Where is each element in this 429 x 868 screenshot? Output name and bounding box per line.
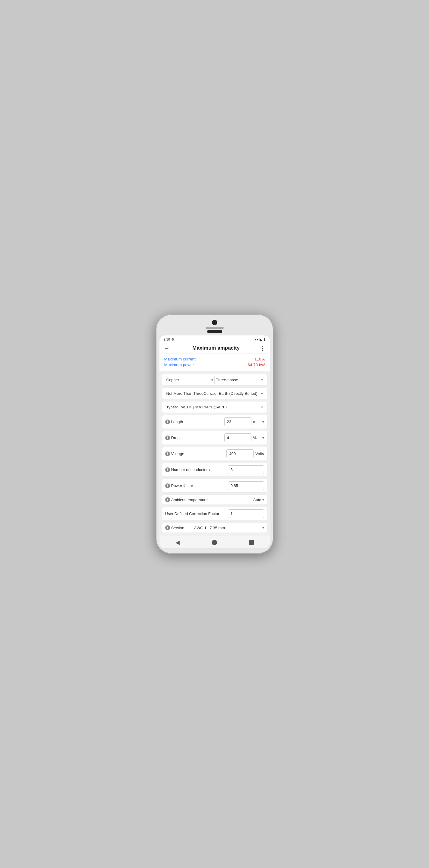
conductors-row: i Number of conductors — [165, 463, 264, 476]
ambient-dropdown[interactable]: Auto ▾ — [253, 498, 264, 502]
nav-back-button[interactable]: ◀ — [176, 539, 180, 546]
drop-unit-arrow-icon: ▾ — [262, 436, 264, 440]
section-field-label: Section — [171, 526, 184, 530]
wifi-icon: ▾▾ — [255, 337, 258, 341]
max-current-value: 110 A — [254, 357, 265, 361]
voltage-info-icon[interactable]: i — [165, 452, 170, 456]
correction-row: User Defined Correction Factor — [165, 507, 264, 521]
drop-unit-dropdown[interactable]: % ▾ — [253, 435, 264, 440]
speaker — [206, 327, 224, 329]
camera — [212, 320, 217, 325]
phone-screen: 9:30 ⚙ ▾▾ ◣ ▮ ← Maximum ampacity ⋮ Maxim… — [159, 336, 270, 548]
material-phase-row: Copper ▾ Three-phase ▾ — [165, 374, 264, 385]
status-icons: ▾▾ ◣ ▮ — [255, 337, 266, 341]
installation-card: Not More Than ThreeCurr...or Earth (Dire… — [162, 388, 268, 399]
installation-label: Not More Than ThreeCurr...or Earth (Dire… — [166, 391, 257, 396]
material-label: Copper — [166, 378, 179, 382]
correction-card: User Defined Correction Factor — [162, 507, 268, 521]
wiretype-dropdown[interactable]: Types: TW, UF | MAX:60°C(140°F) ▾ — [165, 401, 264, 412]
installation-dropdown[interactable]: Not More Than ThreeCurr...or Earth (Dire… — [165, 388, 264, 399]
results-row: Maximum current Maximum power 110 A 64.7… — [159, 354, 270, 371]
drop-field-label: Drop — [171, 435, 180, 440]
wiretype-arrow-icon: ▾ — [261, 405, 263, 409]
max-power-label[interactable]: Maximum power — [164, 363, 196, 367]
length-unit-dropdown[interactable]: m ▾ — [253, 420, 264, 424]
status-bar: 9:30 ⚙ ▾▾ ◣ ▮ — [159, 336, 270, 343]
app-bar: ← Maximum ampacity ⋮ — [159, 343, 270, 354]
conductors-input[interactable] — [228, 465, 264, 474]
drop-card: i Drop % ▾ — [162, 431, 268, 445]
material-dropdown[interactable]: Copper ▾ — [165, 376, 215, 384]
material-arrow-icon: ▾ — [211, 378, 213, 382]
content-area: Copper ▾ Three-phase ▾ Not More Than Thr… — [159, 371, 270, 536]
length-row: i Length m ▾ — [165, 415, 264, 429]
length-label-group: i Length — [165, 420, 222, 424]
conductors-info-icon[interactable]: i — [165, 467, 170, 472]
section-info-icon[interactable]: i — [165, 525, 170, 530]
phase-label: Three-phase — [216, 378, 238, 382]
nav-recent-button[interactable] — [249, 540, 254, 545]
length-unit: m — [253, 420, 262, 424]
power-factor-row: i Power factor — [165, 479, 264, 493]
installation-arrow-icon: ▾ — [261, 392, 263, 396]
conductors-label-group: i Number of conductors — [165, 467, 226, 472]
phone-frame: 9:30 ⚙ ▾▾ ◣ ▮ ← Maximum ampacity ⋮ Maxim… — [156, 314, 273, 554]
page-title: Maximum ampacity — [173, 345, 259, 351]
max-current-label[interactable]: Maximum current — [164, 357, 196, 361]
results-values: 110 A 64.78 kW — [247, 357, 265, 367]
results-labels: Maximum current Maximum power — [164, 357, 196, 367]
pill — [207, 330, 222, 333]
drop-unit: % — [253, 435, 262, 440]
more-options-button[interactable]: ⋮ — [259, 345, 266, 351]
wiretype-card: Types: TW, UF | MAX:60°C(140°F) ▾ — [162, 401, 268, 413]
correction-label-group: User Defined Correction Factor — [165, 512, 226, 516]
length-card: i Length m ▾ — [162, 415, 268, 429]
correction-input[interactable] — [228, 509, 264, 518]
signal-icon: ◣ — [259, 337, 262, 341]
phase-arrow-icon: ▾ — [261, 378, 263, 382]
drop-input[interactable] — [224, 433, 251, 442]
wiretype-label: Types: TW, UF | MAX:60°C(140°F) — [166, 405, 227, 409]
drop-info-icon[interactable]: i — [165, 435, 170, 440]
voltage-card: i Voltage Volts — [162, 447, 268, 461]
ambient-value: Auto — [253, 498, 262, 502]
power-factor-label-group: i Power factor — [165, 484, 226, 488]
length-input[interactable] — [224, 417, 251, 426]
status-time: 9:30 — [164, 338, 170, 341]
material-phase-card: Copper ▾ Three-phase ▾ — [162, 374, 268, 386]
section-card: i Section AWG 1 | 7.35 mm ▾ — [162, 523, 268, 533]
power-factor-field-label: Power factor — [171, 484, 193, 488]
ambient-arrow-icon: ▾ — [262, 498, 264, 502]
settings-icon: ⚙ — [171, 338, 174, 341]
ambient-info-icon[interactable]: i — [165, 497, 170, 502]
power-factor-info-icon[interactable]: i — [165, 484, 170, 488]
voltage-field-label: Voltage — [171, 452, 184, 456]
length-field-label: Length — [171, 420, 183, 424]
section-value: AWG 1 | 7.35 mm — [194, 526, 225, 530]
ambient-card: i Ambient temperature Auto ▾ — [162, 495, 268, 505]
voltage-input[interactable] — [226, 450, 253, 458]
length-unit-arrow-icon: ▾ — [262, 420, 264, 424]
section-label-group: i Section — [165, 525, 192, 530]
power-factor-input[interactable] — [228, 481, 264, 490]
power-factor-card: i Power factor — [162, 478, 268, 493]
status-time-group: 9:30 ⚙ — [164, 338, 174, 341]
back-button[interactable]: ← — [164, 345, 170, 351]
conductors-card: i Number of conductors — [162, 463, 268, 477]
phase-dropdown[interactable]: Three-phase ▾ — [215, 376, 264, 384]
length-info-icon[interactable]: i — [165, 420, 170, 424]
ambient-row: i Ambient temperature Auto ▾ — [165, 495, 264, 504]
section-row: i Section AWG 1 | 7.35 mm ▾ — [165, 523, 264, 532]
conductors-field-label: Number of conductors — [171, 467, 210, 472]
nav-bar: ◀ — [159, 536, 270, 548]
drop-row: i Drop % ▾ — [165, 431, 264, 444]
ambient-field-label: Ambient temperature — [171, 498, 208, 502]
section-dropdown[interactable]: AWG 1 | 7.35 mm ▾ — [194, 526, 264, 530]
nav-home-button[interactable] — [212, 540, 217, 545]
max-power-value: 64.78 kW — [247, 363, 265, 367]
section-arrow-icon: ▾ — [262, 526, 264, 530]
ambient-label-group: i Ambient temperature — [165, 497, 251, 502]
battery-icon: ▮ — [264, 337, 266, 341]
voltage-row: i Voltage Volts — [165, 447, 264, 461]
correction-field-label: User Defined Correction Factor — [165, 512, 219, 516]
